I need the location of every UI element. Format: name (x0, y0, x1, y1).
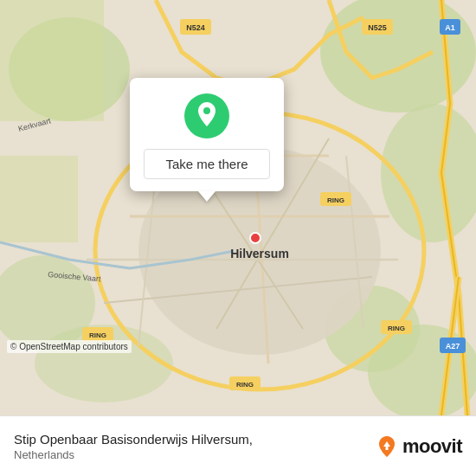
moovit-brand-icon (375, 434, 399, 459)
svg-point-40 (250, 233, 261, 243)
take-me-there-button[interactable]: Take me there (144, 149, 270, 179)
location-pin-circle (184, 93, 229, 138)
svg-text:RING: RING (388, 325, 405, 332)
svg-text:A27: A27 (446, 342, 460, 351)
svg-rect-9 (0, 156, 78, 242)
footer-subtitle: Netherlands (14, 448, 375, 461)
moovit-logo: moovit (375, 434, 462, 459)
location-pin-icon (195, 102, 219, 130)
map-svg: N524 N525 A1 A27 RING RING RING RING Ker… (0, 0, 476, 415)
svg-text:RING: RING (327, 196, 344, 204)
svg-point-41 (203, 107, 210, 114)
footer: Stip Openbaar Basisonderwijs Hilversum, … (0, 415, 476, 476)
svg-text:RING: RING (236, 381, 254, 389)
footer-info: Stip Openbaar Basisonderwijs Hilversum, … (14, 431, 375, 461)
svg-text:Hilversum: Hilversum (230, 247, 289, 261)
osm-credit: © OpenStreetMap contributors (7, 340, 132, 353)
footer-title: Stip Openbaar Basisonderwijs Hilversum, (14, 431, 375, 448)
svg-text:N525: N525 (368, 23, 387, 32)
moovit-text: moovit (402, 435, 462, 458)
svg-text:RING: RING (89, 331, 106, 339)
popup-card: Take me there (130, 78, 284, 191)
svg-rect-2 (0, 0, 104, 121)
map-container[interactable]: N524 N525 A1 A27 RING RING RING RING Ker… (0, 0, 476, 415)
svg-text:A1: A1 (445, 23, 455, 32)
svg-text:N524: N524 (186, 23, 205, 32)
